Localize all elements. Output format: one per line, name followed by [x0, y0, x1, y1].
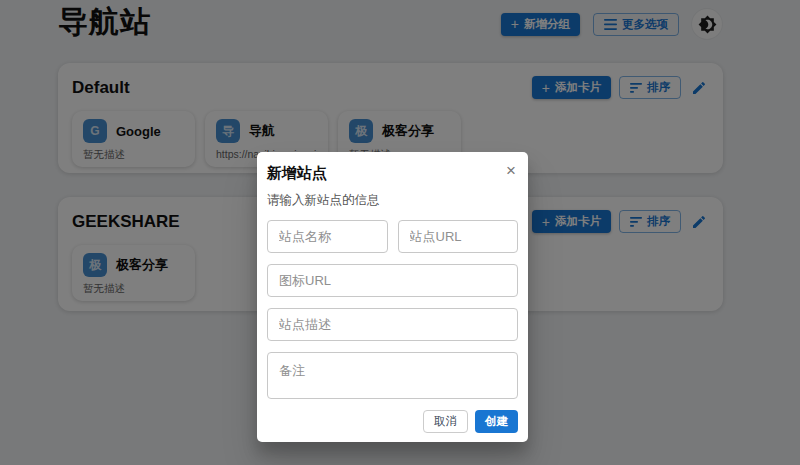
- site-name-input[interactable]: [267, 220, 388, 253]
- note-input[interactable]: [267, 352, 518, 399]
- close-icon[interactable]: ×: [504, 160, 518, 181]
- cancel-button[interactable]: 取消: [423, 410, 468, 433]
- site-url-input[interactable]: [398, 220, 519, 253]
- site-description-input[interactable]: [267, 308, 518, 341]
- create-button[interactable]: 创建: [475, 410, 518, 433]
- dialog-title: 新增站点: [267, 164, 518, 183]
- icon-url-input[interactable]: [267, 264, 518, 297]
- dialog-subtitle: 请输入新站点的信息: [267, 192, 518, 209]
- add-site-dialog: 新增站点 × 请输入新站点的信息 取消 创建: [257, 152, 528, 442]
